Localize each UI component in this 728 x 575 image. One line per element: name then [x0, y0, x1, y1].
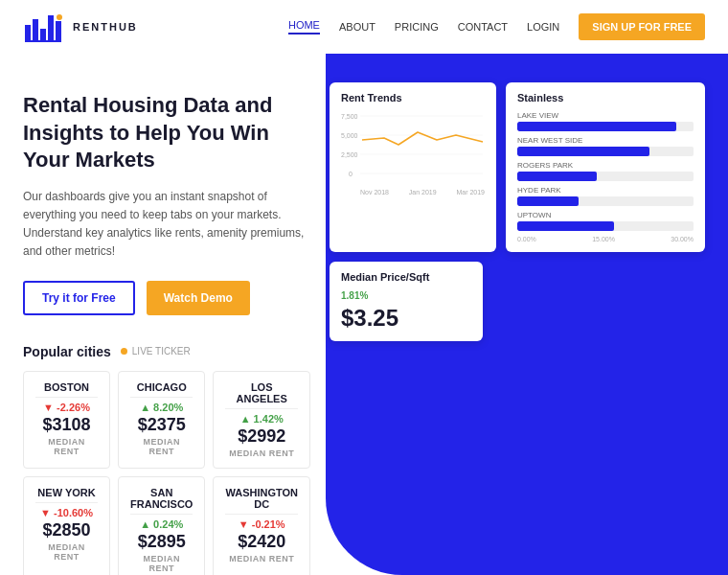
bar-item-uptown: UPTOWN — [517, 211, 694, 231]
city-change: ▲ 8.20% — [130, 402, 193, 413]
bar-label: LAKE VIEW — [517, 111, 694, 120]
city-price: $2420 — [225, 532, 298, 552]
city-name: SAN FRANCISCO — [130, 487, 193, 515]
watch-demo-button[interactable]: Watch Demo — [147, 281, 250, 315]
nav-pricing[interactable]: PRICING — [395, 21, 439, 33]
city-name: WASHINGTON DC — [225, 487, 298, 515]
nav-home[interactable]: HOME — [288, 19, 320, 34]
try-free-button[interactable]: Try it for Free — [23, 281, 135, 315]
svg-point-6 — [57, 14, 62, 20]
bar-label: NEAR WEST SIDE — [517, 136, 694, 145]
city-card-boston: BOSTON ▼ -2.26% $3108 MEDIAN RENT — [23, 371, 110, 469]
svg-text:7,500: 7,500 — [341, 113, 358, 120]
bar-track — [517, 172, 694, 181]
bars-container: LAKE VIEW NEAR WEST SIDE ROGERS PARK HYD… — [517, 111, 694, 231]
city-name: BOSTON — [35, 381, 98, 398]
city-price: $3108 — [35, 415, 98, 435]
city-name: NEW YORK — [35, 487, 98, 503]
city-price: $2895 — [130, 532, 193, 552]
bar-fill — [517, 147, 649, 156]
stainless-card: Stainless LAKE VIEW NEAR WEST SIDE ROGER… — [506, 82, 705, 252]
bar-item-rogers-park: ROGERS PARK — [517, 161, 694, 181]
svg-rect-5 — [25, 40, 61, 42]
signup-button[interactable]: SIGN UP FOR FREE — [579, 13, 705, 40]
section-header: Popular cities LIVE TICKER — [23, 344, 310, 359]
bar-item-hyde-park: HYDE PARK — [517, 186, 694, 206]
city-card-san-francisco: SAN FRANCISCO ▲ 0.24% $2895 MEDIAN RENT — [118, 476, 205, 575]
city-name: CHICAGO — [130, 381, 193, 398]
bar-x-1: 15.00% — [592, 236, 615, 242]
svg-text:2,500: 2,500 — [341, 151, 358, 158]
bar-item-lake-view: LAKE VIEW — [517, 111, 694, 131]
bar-x-0: 0.00% — [517, 236, 536, 242]
live-dot — [121, 348, 127, 355]
city-change: ▼ -0.21% — [225, 518, 298, 530]
logo: RENTHUB — [23, 12, 138, 42]
svg-text:5,000: 5,000 — [341, 132, 358, 139]
city-card-los-angeles: LOS ANGELES ▲ 1.42% $2992 MEDIAN RENT — [213, 371, 310, 469]
stainless-title: Stainless — [517, 92, 694, 104]
city-label: MEDIAN RENT — [225, 554, 298, 564]
popular-cities-section: Popular cities LIVE TICKER BOSTON ▼ -2.2… — [23, 344, 310, 575]
main-content: Rental Housing Data and Insights to Help… — [0, 54, 728, 575]
city-card-new-york: NEW YORK ▼ -10.60% $2850 MEDIAN RENT — [23, 476, 110, 575]
section-title: Popular cities — [23, 344, 111, 359]
city-label: MEDIAN RENT — [35, 542, 98, 562]
svg-rect-3 — [48, 15, 54, 40]
main-nav: HOME ABOUT PRICING CONTACT LOGIN SIGN UP… — [288, 13, 705, 40]
bar-label: ROGERS PARK — [517, 161, 694, 170]
city-card-chicago: CHICAGO ▲ 8.20% $2375 MEDIAN RENT — [118, 371, 205, 469]
city-change: ▼ -2.26% — [35, 402, 98, 413]
median-title: Median Price/Sqft — [341, 271, 471, 283]
x-label-2: Jan 2019 — [409, 189, 437, 196]
city-price: $2992 — [225, 426, 298, 447]
city-label: MEDIAN RENT — [130, 554, 193, 573]
live-ticker-label: LIVE TICKER — [132, 346, 191, 356]
x-label-3: Mar 2019 — [456, 189, 485, 196]
logo-text: RENTHUB — [73, 21, 138, 33]
nav-contact[interactable]: CONTACT — [458, 21, 508, 33]
city-label: MEDIAN RENT — [35, 437, 98, 456]
city-change: ▲ 0.24% — [130, 518, 193, 530]
hero-subtext: Our dashboards give you an instant snaps… — [23, 188, 310, 262]
svg-rect-4 — [56, 21, 61, 40]
bar-track — [517, 147, 694, 156]
bar-track — [517, 196, 694, 206]
logo-icon — [23, 12, 65, 42]
bar-x-2: 30.00% — [671, 236, 694, 242]
bar-item-near-west-side: NEAR WEST SIDE — [517, 136, 694, 156]
bottom-cards-row: Median Price/Sqft 1.81% $3.25 — [330, 262, 705, 341]
nav-login[interactable]: LOGIN — [527, 21, 559, 33]
header: RENTHUB HOME ABOUT PRICING CONTACT LOGIN… — [0, 0, 728, 54]
svg-rect-0 — [25, 25, 31, 40]
bar-track — [517, 122, 694, 131]
rent-trends-card: Rent Trends 7,500 5,000 2,500 0 — [330, 82, 496, 252]
bar-label: HYDE PARK — [517, 186, 694, 195]
median-price-value: $3.25 — [341, 305, 471, 332]
hero-headline: Rental Housing Data and Insights to Help… — [23, 92, 310, 174]
city-label: MEDIAN RENT — [225, 448, 298, 458]
svg-rect-2 — [40, 29, 46, 40]
nav-about[interactable]: ABOUT — [339, 21, 375, 33]
live-ticker: LIVE TICKER — [121, 346, 191, 356]
rent-trends-title: Rent Trends — [341, 92, 485, 104]
bar-label: UPTOWN — [517, 211, 694, 219]
svg-text:0: 0 — [349, 171, 353, 177]
chart-x-labels: Nov 2018 Jan 2019 Mar 2019 — [341, 189, 485, 196]
city-card-washington-dc: WASHINGTON DC ▼ -0.21% $2420 MEDIAN RENT — [213, 476, 310, 575]
left-panel: Rental Housing Data and Insights to Help… — [23, 73, 310, 575]
rent-trends-chart: 7,500 5,000 2,500 0 Nov 2018 Jan 2019 Ma… — [341, 111, 485, 188]
bar-fill — [517, 221, 614, 231]
median-badge-value: 1.81% — [341, 290, 368, 301]
bar-x-labels: 0.00% 15.00% 30.00% — [517, 236, 694, 242]
svg-rect-1 — [33, 19, 38, 40]
median-badge: 1.81% — [341, 290, 471, 301]
bar-track — [517, 221, 694, 231]
city-price: $2850 — [35, 520, 98, 540]
dashboard-panel: Rent Trends 7,500 5,000 2,500 0 — [330, 73, 705, 575]
x-label-1: Nov 2018 — [360, 189, 389, 196]
median-price-card: Median Price/Sqft 1.81% $3.25 — [330, 262, 483, 341]
city-price: $2375 — [130, 415, 193, 435]
city-name: LOS ANGELES — [225, 381, 298, 409]
bar-fill — [517, 196, 579, 206]
